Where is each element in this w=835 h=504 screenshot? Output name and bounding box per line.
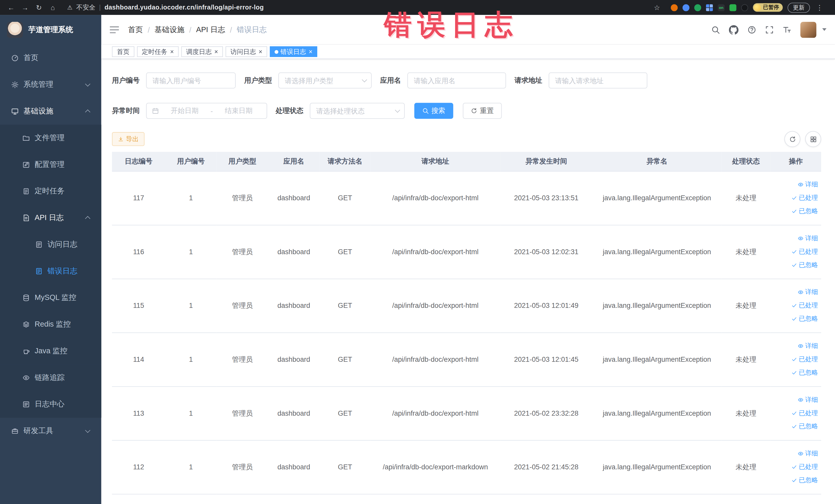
refresh-button[interactable] <box>785 131 800 147</box>
sidebar-item[interactable]: 链路追踪 <box>0 364 101 391</box>
chevron-down-icon[interactable] <box>822 28 827 31</box>
search-icon <box>422 107 429 114</box>
action-ignore-link[interactable]: 已忽略 <box>771 474 818 487</box>
doc-icon <box>35 241 43 248</box>
browser-reload-icon[interactable]: ↻ <box>34 3 44 11</box>
tab-首页[interactable]: 首页 <box>112 46 134 57</box>
action-ignore-link[interactable]: 已忽略 <box>771 420 818 433</box>
action-ignore-link[interactable]: 已忽略 <box>771 312 818 326</box>
row-actions: 详细已处理已忽略 <box>771 225 821 279</box>
table-cell: 2021-05-02 21:45:28 <box>500 440 592 494</box>
action-detail-link[interactable]: 详细 <box>771 339 818 353</box>
user-type-select[interactable] <box>278 73 372 88</box>
column-settings-button[interactable] <box>805 131 821 147</box>
address-bar[interactable]: ⚠ 不安全 | dashboard.yudao.iocoder.cn/infra… <box>67 3 264 12</box>
breadcrumb-item[interactable]: 首页 <box>128 25 143 34</box>
sidebar-item[interactable]: API 日志 <box>0 205 101 231</box>
fullscreen-icon[interactable] <box>765 25 774 34</box>
extension-icon-green[interactable] <box>694 4 701 11</box>
close-icon[interactable]: × <box>259 48 263 55</box>
action-processed-link[interactable]: 已处理 <box>771 353 818 366</box>
sidebar-item[interactable]: 配置管理 <box>0 151 101 178</box>
browser-back-icon[interactable]: ← <box>6 3 16 11</box>
extension-icon-leaf[interactable] <box>730 4 736 11</box>
filter-row-1: 用户编号 用户类型 应用名 请求 <box>112 73 821 88</box>
export-button[interactable]: 导出 <box>112 132 144 146</box>
table-cell: GET <box>319 386 370 440</box>
browser-forward-icon[interactable]: → <box>20 3 30 11</box>
tab-定时任务[interactable]: 定时任务× <box>137 46 179 57</box>
font-size-icon[interactable] <box>782 25 791 34</box>
sidebar-item[interactable]: 定时任务 <box>0 178 101 205</box>
hamburger-icon[interactable] <box>109 25 119 34</box>
process-status-select[interactable] <box>310 103 405 119</box>
check-icon <box>791 316 797 322</box>
close-icon[interactable]: × <box>309 48 313 55</box>
sidebar-item[interactable]: 错误日志 <box>0 258 101 284</box>
action-ignore-link[interactable]: 已忽略 <box>771 366 818 380</box>
sidebar-item[interactable]: Redis 监控 <box>0 311 101 338</box>
sidebar-item[interactable]: 研发工具 <box>0 418 101 444</box>
action-ignore-link[interactable]: 已忽略 <box>771 205 818 218</box>
tab-访问日志[interactable]: 访问日志× <box>226 46 267 57</box>
github-icon[interactable] <box>729 25 738 34</box>
url-text[interactable]: dashboard.yudao.iocoder.cn/infra/log/api… <box>104 4 264 11</box>
sidebar-item[interactable]: MySQL 监控 <box>0 284 101 311</box>
action-processed-link[interactable]: 已处理 <box>771 299 818 312</box>
action-processed-link[interactable]: 已处理 <box>771 191 818 205</box>
extension-icon-red[interactable] <box>671 4 678 11</box>
action-processed-link[interactable]: 已处理 <box>771 460 818 474</box>
action-detail-link[interactable]: 详细 <box>771 285 818 299</box>
tab-调度日志[interactable]: 调度日志× <box>181 46 223 57</box>
close-icon[interactable]: × <box>214 48 218 55</box>
table-cell: 未处理 <box>721 279 771 332</box>
sidebar-item[interactable]: 文件管理 <box>0 125 101 152</box>
search-button[interactable]: 搜索 <box>414 103 453 119</box>
browser-home-icon[interactable]: ⌂ <box>48 3 58 11</box>
paused-label: 已暂停 <box>763 4 779 11</box>
extension-icon-on[interactable]: on <box>718 4 725 11</box>
action-processed-link[interactable]: 已处理 <box>771 245 818 259</box>
reset-button-label: 重置 <box>480 106 494 116</box>
sidebar-item[interactable]: 日志中心 <box>0 391 101 418</box>
sidebar-item[interactable]: Java 监控 <box>0 338 101 365</box>
user-avatar[interactable] <box>800 22 816 38</box>
extension-icon-grid[interactable] <box>706 4 713 11</box>
browser-update-button[interactable]: 更新 <box>788 2 810 12</box>
breadcrumb-item[interactable]: API 日志 <box>196 25 225 34</box>
user-type-select-input[interactable] <box>278 73 372 88</box>
app-logo[interactable]: 芋道管理系统 <box>0 15 101 45</box>
tab-错误日志[interactable]: 错误日志× <box>270 46 317 57</box>
sidebar-item[interactable]: 访问日志 <box>0 231 101 258</box>
breadcrumb-item[interactable]: 基础设施 <box>155 25 184 34</box>
request-url-input[interactable] <box>549 73 647 88</box>
sidebar-item[interactable]: 系统管理 <box>0 72 101 98</box>
reset-button[interactable]: 重置 <box>463 103 502 119</box>
app-name-input[interactable] <box>407 73 506 88</box>
action-detail-link[interactable]: 详细 <box>771 447 818 460</box>
user-id-input[interactable] <box>146 73 236 88</box>
action-label: 详细 <box>805 449 818 458</box>
extension-icon-blue[interactable] <box>683 4 690 11</box>
table-cell: 2021-05-02 23:32:28 <box>500 386 592 440</box>
sidebar-item[interactable]: 首页 <box>0 45 101 72</box>
sidebar-item[interactable]: 基础设施 <box>0 98 101 125</box>
close-icon[interactable]: × <box>170 48 174 55</box>
task-icon <box>22 187 30 195</box>
filter-label-process-status: 处理状态 <box>276 106 303 116</box>
action-detail-link[interactable]: 详细 <box>771 178 818 191</box>
search-icon[interactable] <box>711 25 720 34</box>
action-detail-link[interactable]: 详细 <box>771 393 818 406</box>
download-icon <box>118 136 124 142</box>
bookmark-star-icon[interactable]: ☆ <box>652 3 662 11</box>
help-icon[interactable] <box>748 25 756 34</box>
extension-icon-paw[interactable] <box>741 4 748 11</box>
exception-time-range-picker[interactable]: 开始日期 - 结束日期 <box>146 103 267 119</box>
action-ignore-link[interactable]: 已忽略 <box>771 258 818 271</box>
file-icon <box>22 134 30 142</box>
profile-paused-badge[interactable]: 已暂停 <box>753 3 782 12</box>
action-processed-link[interactable]: 已处理 <box>771 406 818 420</box>
action-detail-link[interactable]: 详细 <box>771 232 818 245</box>
process-status-select-input[interactable] <box>310 103 405 119</box>
browser-menu-icon[interactable]: ⋮ <box>815 3 824 11</box>
